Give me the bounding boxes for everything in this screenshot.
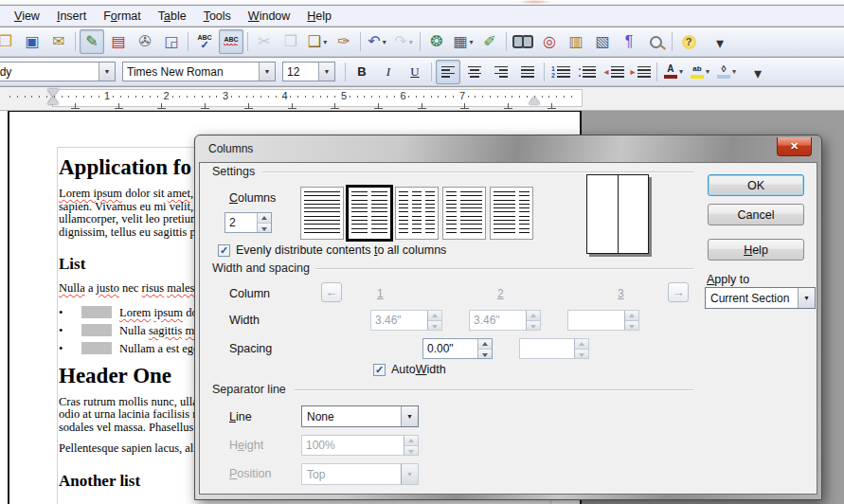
chevron-down-icon[interactable]: ▼	[318, 63, 334, 81]
menu-tools[interactable]: Tools	[195, 7, 240, 26]
ok-button[interactable]: OK	[708, 174, 804, 196]
clone-formatting-icon[interactable]: ✑	[332, 29, 356, 54]
underline-icon[interactable]: U	[403, 60, 427, 84]
tab-stop-marker[interactable]	[418, 103, 426, 109]
ruler-number: 6	[399, 90, 408, 101]
menu-help[interactable]: Help	[298, 7, 340, 26]
formatting-marks-icon[interactable]: ¶	[617, 29, 641, 54]
bold-icon[interactable]: B	[350, 60, 374, 84]
tab-stop-marker[interactable]	[157, 103, 166, 109]
page-preview-icon[interactable]: ◲	[159, 29, 184, 54]
chevron-down-icon[interactable]: ▾	[679, 67, 683, 76]
menu-table[interactable]: Table	[150, 7, 195, 26]
apply-to-label: Apply to	[707, 273, 749, 286]
chevron-down-icon[interactable]: ▾	[470, 38, 474, 46]
tab-stop-marker[interactable]	[504, 103, 512, 109]
spin-up-icon[interactable]	[258, 213, 271, 224]
background-color-icon[interactable]: ◊▾	[714, 60, 739, 84]
menu-format[interactable]: Format	[95, 7, 150, 26]
chevron-down-icon[interactable]: ▼	[798, 288, 815, 308]
export-pdf-icon[interactable]: ▤	[106, 29, 131, 54]
preset-one-column[interactable]	[300, 187, 344, 240]
tab-stop-marker[interactable]	[115, 103, 123, 109]
horizontal-ruler[interactable]: 1234567	[0, 87, 844, 111]
height-spinner: 100%	[301, 435, 419, 456]
position-label: Position	[229, 467, 271, 480]
draw-functions-icon[interactable]: ✐	[477, 29, 502, 54]
chevron-down-icon[interactable]: ▼	[259, 63, 275, 81]
font-name-combo[interactable]: Times New Roman ▼	[122, 62, 276, 81]
help-button[interactable]: Help	[708, 239, 804, 261]
evenly-distribute-checkbox[interactable]: ✓	[218, 244, 230, 257]
chevron-down-icon[interactable]: ▾	[323, 38, 327, 46]
tab-stop-marker[interactable]	[71, 103, 80, 109]
tab-stop-marker[interactable]	[548, 103, 556, 109]
menu-view[interactable]: View	[6, 7, 48, 26]
apply-to-dropdown[interactable]: Current Section ▼	[705, 287, 816, 309]
chevron-down-icon[interactable]: ▾	[706, 67, 709, 76]
insert-table-icon[interactable]: ▦▾	[451, 29, 476, 54]
bulleted-list-icon[interactable]: • •	[575, 60, 600, 84]
spacing-label: Spacing	[229, 342, 272, 355]
next-column-button[interactable]: →	[668, 282, 689, 302]
autowidth-checkbox[interactable]: ✓	[373, 364, 386, 376]
italic-icon[interactable]: I	[376, 60, 401, 84]
preset-narrow-right[interactable]	[490, 187, 533, 240]
decrease-indent-icon[interactable]: ◂	[602, 60, 626, 84]
tab-stop-marker[interactable]	[288, 103, 296, 109]
tab-stop-marker[interactable]	[460, 103, 469, 109]
preset-narrow-left[interactable]	[442, 187, 486, 240]
preset-three-columns[interactable]	[395, 187, 439, 240]
find-replace-icon[interactable]	[511, 29, 535, 54]
print-icon[interactable]: ✇	[133, 29, 157, 54]
numbered-list-icon[interactable]: 1 2	[548, 60, 573, 84]
navigator-icon[interactable]: ◎	[537, 29, 562, 54]
width-label: Width	[229, 314, 260, 327]
chevron-down-icon[interactable]: ▼	[401, 406, 418, 426]
edit-file-icon[interactable]: ✎	[80, 29, 104, 54]
column-presets	[300, 186, 533, 241]
paragraph-style-combo[interactable]: ext body ▼	[0, 62, 116, 81]
highlighting-icon[interactable]: ab▾	[688, 60, 712, 84]
previous-column-button[interactable]: ←	[321, 282, 342, 302]
align-justify-icon[interactable]	[515, 60, 540, 84]
columns-count-spinner[interactable]: 2	[224, 212, 272, 233]
preset-two-columns[interactable]	[346, 185, 393, 242]
menu-insert[interactable]: Insert	[48, 7, 95, 26]
tab-stop-marker[interactable]	[244, 103, 253, 109]
paste-icon[interactable]: ❑▾	[305, 29, 330, 54]
dialog-title: Columns	[208, 142, 253, 155]
data-sources-icon[interactable]: ▧	[590, 29, 615, 54]
increase-indent-icon[interactable]: ▸	[628, 60, 653, 84]
line-style-dropdown[interactable]: None ▼	[301, 405, 419, 427]
spin-down-icon[interactable]	[258, 224, 271, 233]
cancel-button[interactable]: Cancel	[708, 204, 804, 225]
auto-spellcheck-icon[interactable]: ABC	[219, 29, 243, 54]
help-icon[interactable]: ?	[676, 29, 701, 54]
tab-stop-marker[interactable]	[331, 103, 339, 109]
gallery-icon[interactable]: ▥	[564, 29, 588, 54]
font-color-icon[interactable]: A▾	[661, 60, 686, 84]
zoom-icon[interactable]	[643, 29, 668, 54]
column-number-1: 1	[377, 287, 384, 300]
email-icon[interactable]: ✉	[46, 29, 71, 54]
toolbar-overflow-icon[interactable]: ▾	[708, 27, 732, 55]
tab-stop-marker[interactable]	[201, 103, 209, 109]
spacing-field-1[interactable]: 0.00"	[422, 338, 493, 359]
font-size-combo[interactable]: 12 ▼	[282, 62, 335, 81]
chevron-down-icon[interactable]: ▼	[99, 63, 115, 81]
toolbar-overflow-icon[interactable]: ▾	[745, 58, 770, 85]
save-icon[interactable]: ▣	[20, 29, 45, 54]
open-icon[interactable]: ❒	[0, 29, 18, 54]
hyperlink-icon[interactable]: ❂	[424, 29, 449, 54]
undo-icon[interactable]: ↶▾	[365, 29, 389, 54]
menu-window[interactable]: Window	[240, 7, 298, 26]
chevron-down-icon[interactable]: ▾	[732, 67, 736, 76]
tab-stop-marker[interactable]	[374, 103, 383, 109]
align-left-icon[interactable]	[436, 60, 460, 84]
chevron-down-icon[interactable]: ▾	[383, 38, 386, 46]
align-center-icon[interactable]	[462, 60, 487, 84]
spellcheck-icon[interactable]: ABC✓	[192, 29, 217, 54]
align-right-icon[interactable]	[489, 60, 513, 84]
close-icon[interactable]: ✕	[777, 137, 812, 156]
